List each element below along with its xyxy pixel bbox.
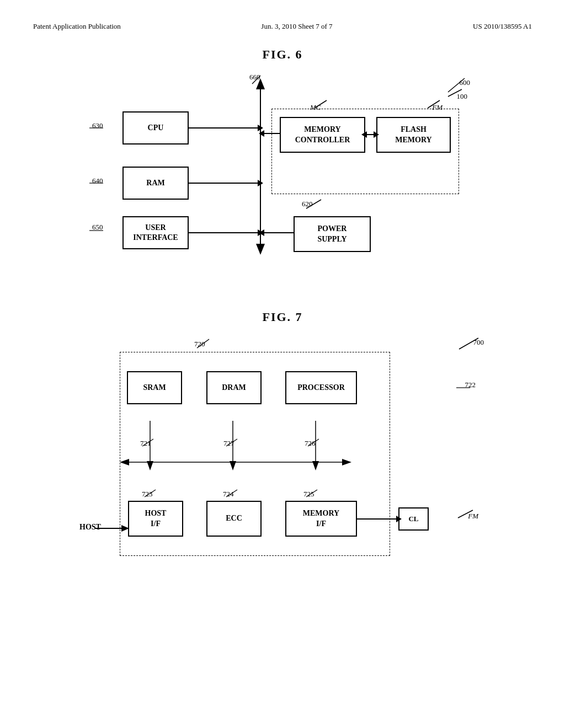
header-left: Patent Application Publication — [33, 22, 121, 31]
header-center: Jun. 3, 2010 Sheet 7 of 7 — [261, 22, 332, 31]
fig7-title: FIG. 7 — [33, 310, 532, 324]
page-header: Patent Application Publication Jun. 3, 2… — [33, 22, 532, 31]
page: Patent Application Publication Jun. 3, 2… — [0, 0, 565, 728]
memif-cl-arrow — [78, 335, 487, 567]
fig7-diagram: 700 720 722 721 727 726 723 — [78, 335, 487, 567]
mc-fm-arrow — [89, 73, 476, 282]
svg-marker-29 — [361, 131, 367, 138]
svg-marker-28 — [374, 131, 379, 138]
header-right: US 2010/138595 A1 — [473, 22, 532, 31]
fig6-title: FIG. 6 — [33, 47, 532, 62]
svg-marker-54 — [396, 516, 402, 522]
fig6-diagram: 600 660 100 MC FM 630 640 — [89, 73, 476, 282]
host-label: HOST — [79, 523, 101, 532]
